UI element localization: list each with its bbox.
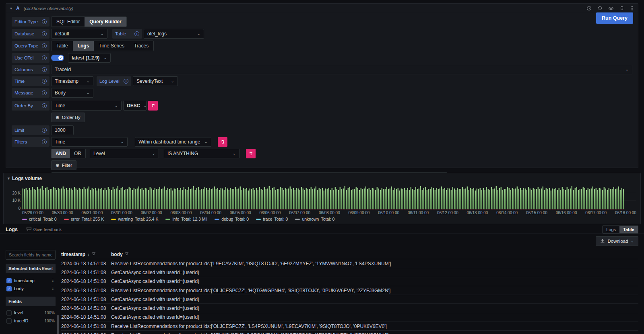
funnel-icon[interactable] bbox=[125, 252, 129, 257]
table-row[interactable]: 2024-06-18 14:51:08GetCartAsync called w… bbox=[61, 277, 638, 286]
table-select[interactable]: otel_logs⌄ bbox=[144, 29, 204, 39]
reset-button[interactable]: Reset bbox=[42, 266, 53, 271]
view-option-table[interactable]: Table bbox=[619, 226, 638, 233]
logs-volume-panel: ▾ Logs volume 20 K 10 K 0 05/29 00:0005/… bbox=[3, 173, 641, 224]
time-label: Timei bbox=[12, 76, 50, 86]
query-type-option-traces[interactable]: Traces bbox=[129, 41, 153, 51]
log-level-column-select[interactable]: SeverityText⌄ bbox=[133, 76, 178, 86]
timestamp-column-header[interactable]: timestamp ↓ bbox=[61, 252, 111, 257]
legend-item-warning[interactable]: warningTotal: 25.4 K bbox=[111, 217, 158, 221]
field-item-traceID[interactable]: traceID100% bbox=[6, 317, 56, 325]
table-row[interactable]: 2024-06-18 14:51:08GetCartAsync called w… bbox=[61, 268, 638, 277]
eye-icon[interactable] bbox=[608, 6, 614, 11]
info-icon[interactable]: i bbox=[42, 55, 47, 60]
volume-bar bbox=[611, 189, 613, 209]
drag-handle-icon[interactable]: ⁞⁞ bbox=[52, 287, 55, 291]
table-row[interactable]: 2024-06-18 14:51:08GetCartAsync called w… bbox=[61, 303, 638, 312]
remove-filter1-button[interactable] bbox=[218, 137, 227, 147]
field-item-body[interactable]: ✓body⁞⁞ bbox=[6, 285, 56, 293]
chevron-down-icon: ⌄ bbox=[631, 239, 634, 243]
table-row[interactable]: 2024-06-18 14:51:08Receive ListRecommend… bbox=[61, 330, 638, 334]
otel-version-select[interactable]: latest (1.2.9)⌄ bbox=[68, 53, 111, 63]
body-column-header[interactable]: body bbox=[111, 252, 638, 257]
query-type-option-time-series[interactable]: Time Series bbox=[94, 41, 129, 51]
query-type-option-logs[interactable]: Logs bbox=[73, 41, 94, 51]
legend-item-trace[interactable]: traceTotal: 0 bbox=[256, 217, 288, 221]
table-row[interactable]: 2024-06-18 14:51:08Receive ListRecommend… bbox=[61, 286, 638, 295]
query-row-header[interactable]: ▾ A (clickhouse-observability) bbox=[6, 4, 638, 13]
table-row[interactable]: 2024-06-18 14:51:08GetCartAsync called w… bbox=[61, 295, 638, 303]
database-select[interactable]: default⌄ bbox=[51, 29, 107, 39]
funnel-icon[interactable] bbox=[92, 252, 96, 257]
info-icon[interactable]: i bbox=[42, 103, 47, 108]
info-icon[interactable]: i bbox=[42, 128, 47, 133]
field-item-level[interactable]: level100% bbox=[6, 309, 56, 317]
volume-bar bbox=[539, 189, 540, 209]
filter1-field-select[interactable]: Time⌄ bbox=[51, 137, 128, 147]
limit-input[interactable]: 1000 bbox=[51, 125, 74, 135]
sidebar-scrollbar[interactable] bbox=[57, 315, 59, 334]
duplicate-icon[interactable] bbox=[586, 6, 592, 11]
message-column-select[interactable]: Body⌄ bbox=[51, 88, 93, 98]
body-cell: GetCartAsync called with userId={userId} bbox=[111, 297, 638, 302]
volume-bar bbox=[571, 186, 572, 209]
remove-filter2-button[interactable] bbox=[246, 149, 256, 158]
checkbox[interactable] bbox=[6, 318, 12, 324]
legend-item-error[interactable]: errorTotal: 255 K bbox=[64, 217, 104, 221]
columns-multiselect[interactable]: TraceId⌄ bbox=[51, 65, 632, 74]
editor-type-option-query-builder[interactable]: Query Builder bbox=[85, 17, 126, 27]
volume-bar bbox=[288, 189, 289, 209]
info-icon[interactable]: i bbox=[124, 79, 128, 84]
checkbox[interactable]: ✓ bbox=[6, 286, 12, 291]
legend-item-unknown[interactable]: unknownTotal: 0 bbox=[295, 217, 334, 221]
volume-bar bbox=[159, 187, 160, 209]
drag-handle-icon[interactable]: ⁞⁞ bbox=[52, 279, 55, 283]
drag-handle-icon[interactable] bbox=[630, 6, 634, 11]
collapse-chevron-icon[interactable]: ▾ bbox=[8, 176, 10, 180]
or-option[interactable]: OR bbox=[70, 149, 85, 158]
volume-bar bbox=[619, 190, 621, 209]
sort-desc-icon[interactable]: ↓ bbox=[87, 252, 90, 257]
checkbox[interactable]: ✓ bbox=[6, 278, 12, 283]
legend-item-debug[interactable]: debugTotal: 0 bbox=[215, 217, 249, 221]
logs-volume-header[interactable]: ▾ Logs volume bbox=[8, 175, 636, 182]
filter2-operator-select[interactable]: IS ANYTHING⌄ bbox=[164, 149, 239, 158]
use-otel-toggle[interactable]: ✓ bbox=[51, 55, 64, 61]
order-direction-select[interactable]: DESC⌄ bbox=[123, 101, 147, 111]
editor-type-option-sql-editor[interactable]: SQL Editor bbox=[52, 17, 85, 27]
search-fields-input[interactable] bbox=[6, 250, 56, 260]
give-feedback-link[interactable]: Give feedback bbox=[27, 227, 62, 232]
time-column-select[interactable]: Timestamp⌄ bbox=[51, 76, 93, 86]
field-item-timestamp[interactable]: ✓timestamp⁞⁞ bbox=[6, 277, 56, 285]
info-icon[interactable]: i bbox=[42, 31, 47, 36]
info-icon[interactable]: i bbox=[134, 31, 139, 36]
info-icon[interactable]: i bbox=[42, 43, 47, 48]
info-icon[interactable]: i bbox=[42, 90, 47, 95]
filter2-field-select[interactable]: Level⌄ bbox=[90, 149, 159, 158]
query-type-option-table[interactable]: Table bbox=[52, 41, 73, 51]
info-icon[interactable]: i bbox=[42, 79, 47, 84]
add-order-by-button[interactable]: ⊕Order By bbox=[51, 113, 85, 122]
and-option[interactable]: AND bbox=[52, 149, 70, 158]
remove-order-by-button[interactable] bbox=[148, 101, 158, 111]
table-row[interactable]: 2024-06-18 14:51:08Receive ListRecommend… bbox=[61, 259, 638, 268]
order-by-select[interactable]: Time⌄ bbox=[51, 101, 122, 111]
history-icon[interactable] bbox=[597, 6, 603, 11]
trash-icon[interactable] bbox=[619, 6, 624, 11]
table-row[interactable]: 2024-06-18 14:51:08Receive ListRecommend… bbox=[61, 322, 638, 330]
volume-bar bbox=[128, 187, 130, 210]
filter1-operator-select[interactable]: Within dashboard time range⌄ bbox=[135, 137, 211, 147]
download-button[interactable]: Download ⌄ bbox=[596, 236, 638, 246]
info-icon[interactable]: i bbox=[42, 139, 47, 144]
add-filter-button[interactable]: ⊕Filter bbox=[51, 160, 76, 170]
editor-type-radio-group: SQL Editor Query Builder bbox=[51, 16, 127, 27]
info-icon[interactable]: i bbox=[42, 67, 47, 72]
checkbox[interactable] bbox=[6, 310, 12, 316]
table-row[interactable]: 2024-06-18 14:51:08GetCartAsync called w… bbox=[61, 313, 638, 322]
view-option-logs[interactable]: Logs bbox=[603, 226, 619, 233]
logs-volume-chart[interactable] bbox=[22, 184, 636, 209]
legend-item-critical[interactable]: criticalTotal: 0 bbox=[22, 217, 57, 221]
info-icon[interactable]: i bbox=[42, 19, 47, 24]
legend-item-info[interactable]: infoTotal: 12.3 Mil bbox=[165, 217, 207, 221]
collapse-chevron-icon[interactable]: ▾ bbox=[10, 6, 12, 10]
